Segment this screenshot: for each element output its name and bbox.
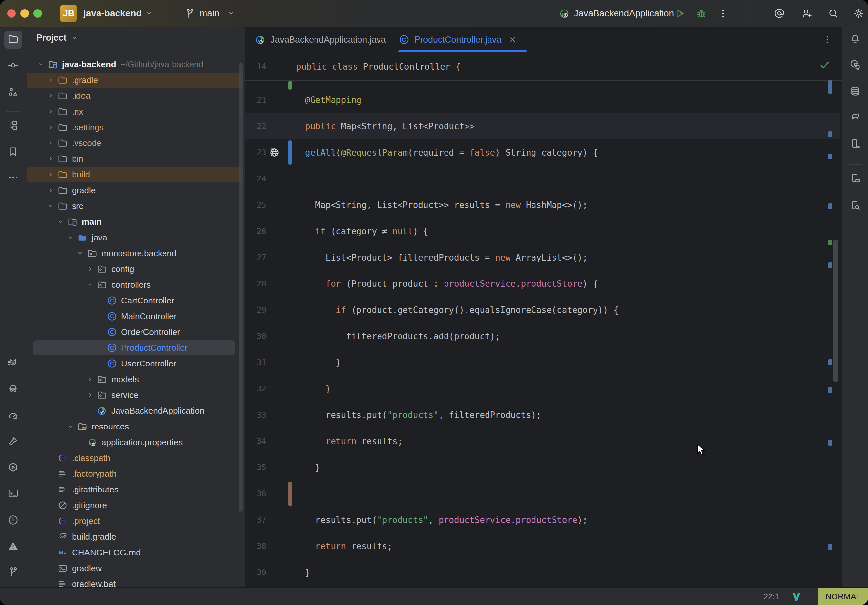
tree-item-javabackendapplication[interactable]: JavaBackendApplication <box>26 403 245 419</box>
tree-item-build-gradle[interactable]: build.gradle <box>26 529 245 545</box>
close-icon[interactable] <box>508 35 518 44</box>
error-stripe-mark[interactable] <box>828 203 832 209</box>
chevron-down-icon[interactable] <box>86 280 94 289</box>
tool-strip-item-build[interactable] <box>4 433 22 451</box>
code-line-35[interactable]: 35 } <box>245 454 826 481</box>
chevron-right-icon[interactable] <box>46 155 55 163</box>
window-minimize-button[interactable] <box>20 9 29 18</box>
tree-item-java[interactable]: java <box>26 230 245 245</box>
code-line-31[interactable]: 31 } <box>245 350 826 376</box>
tool-strip-item-terminal[interactable] <box>4 485 22 503</box>
tree-item-gradlew[interactable]: gradlew <box>26 560 245 576</box>
tool-strip-item-ai-cat-plugin[interactable] <box>4 354 22 373</box>
settings-button[interactable] <box>853 8 865 19</box>
tab-javabackendapplication-java[interactable]: JavaBackendApplication.java <box>255 27 386 53</box>
code-line-38[interactable]: 38 return results; <box>245 533 826 559</box>
branch-selector[interactable]: main <box>184 0 236 27</box>
chevron-down-icon[interactable] <box>76 249 84 258</box>
code-line-30[interactable]: 30 filteredProducts.add(product); <box>245 323 826 350</box>
tab-options-button[interactable] <box>822 34 832 45</box>
tool-strip-item-more-tool-windows[interactable] <box>4 169 22 187</box>
tree-item-productcontroller[interactable]: CProductController <box>26 340 245 356</box>
error-stripe-mark[interactable] <box>828 544 832 550</box>
tree-item-resources[interactable]: resources <box>26 419 245 435</box>
tool-strip-item-tool-windows[interactable] <box>4 117 22 135</box>
tree-item--gradle[interactable]: .gradle <box>26 72 245 88</box>
tool-strip-item-bookmarks[interactable] <box>4 143 22 161</box>
editor-scrollbar[interactable] <box>833 240 839 382</box>
chevron-down-icon[interactable] <box>66 233 74 242</box>
tree-item-cartcontroller[interactable]: CCartController <box>26 292 245 308</box>
code-line-37[interactable]: 37 results.put("products", productServic… <box>245 507 826 533</box>
error-stripe-mark[interactable] <box>828 80 832 93</box>
code-line-22[interactable]: 22public Map<String, List<Product>> <box>245 113 840 139</box>
tool-strip-item-problems[interactable] <box>4 512 22 530</box>
error-stripe-mark[interactable] <box>828 359 832 365</box>
chevron-right-icon[interactable] <box>46 139 55 147</box>
chevron-right-icon[interactable] <box>46 170 55 179</box>
code-line-23[interactable]: 23getAll(@RequestParam(required = false)… <box>245 139 826 166</box>
tool-strip-item-commit[interactable] <box>4 57 22 75</box>
tree-item--vscode[interactable]: .vscode <box>26 135 245 151</box>
code-line-25[interactable]: 25 Map<String, List<Product>> results = … <box>245 192 826 218</box>
tree-item-config[interactable]: config <box>26 261 245 277</box>
tree-item-service[interactable]: service <box>26 387 245 403</box>
tool-strip-item-project[interactable] <box>4 31 22 49</box>
tree-item-usercontroller[interactable]: CUserController <box>26 356 245 371</box>
tree-item-src[interactable]: src <box>26 198 245 214</box>
error-stripe-mark[interactable] <box>828 153 832 159</box>
endpoint-globe-icon[interactable] <box>268 147 281 158</box>
tool-strip-item-warnings[interactable] <box>4 537 22 556</box>
tree-item-monostore-backend[interactable]: monostore.backend <box>26 245 245 261</box>
tree-item-build[interactable]: build <box>26 167 245 183</box>
tool-strip-item-version-control[interactable] <box>4 563 22 582</box>
tool-strip-item-notifications[interactable] <box>846 31 864 49</box>
tool-strip-item-incognito[interactable] <box>4 380 22 398</box>
tree-item-bin[interactable]: bin <box>26 151 245 167</box>
code-line-21[interactable]: 21@GetMapping <box>245 87 826 113</box>
debug-button[interactable] <box>695 8 707 19</box>
code-line-26[interactable]: 26 if (category ≠ null) { <box>245 218 826 244</box>
run-configuration-selector[interactable]: JavaBackendApplication <box>558 0 686 27</box>
code-line-27[interactable]: 27 List<Product> filteredProducts = new … <box>245 244 826 271</box>
tree-item--project[interactable]: .project <box>26 513 245 529</box>
code-line-33[interactable]: 33 results.put("products", filteredProdu… <box>245 402 826 428</box>
chevron-down-icon[interactable] <box>36 60 45 68</box>
error-stripe-mark[interactable] <box>828 131 832 137</box>
tree-item-application-properties[interactable]: application.properties <box>26 435 245 450</box>
search-everywhere-button[interactable] <box>827 8 839 19</box>
chevron-right-icon[interactable] <box>46 123 55 132</box>
tree-item--classpath[interactable]: .classpath <box>26 450 245 466</box>
chevron-down-icon[interactable] <box>66 422 74 431</box>
chevron-right-icon[interactable] <box>86 391 94 399</box>
tree-item-main[interactable]: main <box>26 214 245 230</box>
code-line-36[interactable]: 36 <box>245 481 826 507</box>
tool-strip-item-services[interactable] <box>4 459 22 477</box>
tree-item-gradlew-bat[interactable]: gradlew.bat <box>26 576 245 587</box>
chevron-right-icon[interactable] <box>46 107 55 116</box>
tree-item--gitattributes[interactable]: .gitattributes <box>26 482 245 497</box>
error-stripe-mark[interactable] <box>828 263 832 268</box>
tool-strip-item-structure[interactable] <box>4 84 22 102</box>
code-rows[interactable]: 21@GetMapping22public Map<String, List<P… <box>245 81 842 587</box>
tree-item-models[interactable]: models <box>26 371 245 387</box>
code-line-28[interactable]: 28 for (Product product : productService… <box>245 271 826 297</box>
tool-strip-item-ai-assistant[interactable] <box>846 56 864 75</box>
project-selector[interactable]: java-backend <box>84 0 153 27</box>
vim-mode-badge[interactable]: NORMAL <box>818 588 868 605</box>
more-actions-button[interactable] <box>717 8 729 19</box>
run-button[interactable] <box>674 8 685 19</box>
chevron-right-icon[interactable] <box>46 76 55 84</box>
tool-strip-item-running-devices[interactable] <box>846 135 864 153</box>
tree-item-maincontroller[interactable]: CMainController <box>26 308 245 324</box>
tree-item-java-backend[interactable]: java-backend~/Github/java-backend <box>26 56 245 72</box>
error-stripe-mark[interactable] <box>828 240 832 245</box>
code-with-me-button[interactable] <box>801 8 813 19</box>
chevron-down-icon[interactable] <box>46 202 55 210</box>
project-tree-scrollbar[interactable] <box>239 62 243 512</box>
tree-item--nx[interactable]: .nx <box>26 104 245 119</box>
chevron-right-icon[interactable] <box>46 91 55 100</box>
chevron-right-icon[interactable] <box>86 375 94 384</box>
tree-item-changelog-md[interactable]: MCHANGELOG.md <box>26 545 245 560</box>
tool-strip-item-profiler[interactable] <box>4 407 22 425</box>
